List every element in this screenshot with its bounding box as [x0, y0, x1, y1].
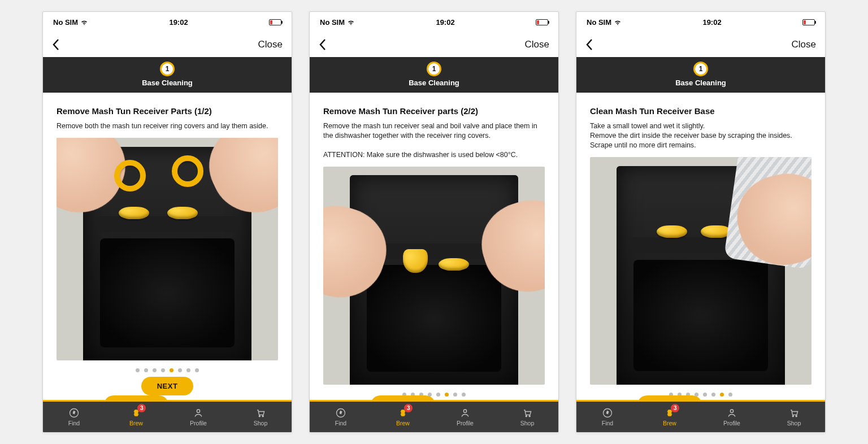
- svg-rect-16: [667, 411, 672, 412]
- back-button[interactable]: [585, 38, 593, 51]
- back-button[interactable]: [52, 38, 60, 51]
- back-button[interactable]: [319, 38, 327, 51]
- nav-bar: Close: [576, 32, 825, 57]
- pager-dot[interactable]: [728, 393, 732, 397]
- tab-shop[interactable]: Shop: [763, 402, 825, 432]
- step-label: Base Cleaning: [310, 79, 558, 87]
- battery-icon: [269, 19, 281, 25]
- tab-brew[interactable]: Brew3: [639, 402, 701, 432]
- svg-rect-1: [134, 410, 138, 416]
- wifi-icon: [80, 19, 88, 25]
- next-button[interactable]: NEXT: [141, 377, 194, 395]
- tab-bar: FindBrew3ProfileShop: [310, 402, 558, 432]
- step-number-badge: 1: [160, 62, 175, 76]
- step-number-badge: 1: [693, 62, 708, 76]
- step-label: Base Cleaning: [576, 79, 825, 87]
- step-banner: 1 Base Cleaning: [43, 57, 292, 93]
- clock-text: 19:02: [169, 18, 188, 27]
- pager-dot[interactable]: [711, 393, 715, 397]
- tab-shop[interactable]: Shop: [229, 402, 292, 432]
- tab-badge: 3: [671, 404, 679, 412]
- tab-profile[interactable]: Profile: [701, 402, 763, 432]
- content-area: Clean Mash Tun Receiver BaseTake a small…: [576, 93, 825, 385]
- tab-label: Find: [335, 420, 346, 426]
- tab-badge: 3: [404, 404, 413, 412]
- tab-find[interactable]: Find: [576, 402, 639, 432]
- pager-dot[interactable]: [144, 368, 148, 372]
- pager-dot[interactable]: [153, 368, 157, 372]
- tab-label: Brew: [129, 420, 143, 426]
- carrier-text: No SIM: [320, 18, 345, 27]
- instruction-image: [57, 138, 278, 360]
- wifi-icon: [614, 19, 622, 25]
- pager-dot[interactable]: [436, 393, 440, 397]
- carrier-text: No SIM: [587, 18, 611, 27]
- tab-label: Find: [602, 420, 613, 426]
- nav-bar: Close: [310, 32, 558, 57]
- svg-rect-17: [667, 414, 672, 415]
- page-indicator: [310, 385, 558, 400]
- svg-rect-9: [401, 411, 405, 412]
- tab-brew[interactable]: Brew3: [105, 402, 167, 432]
- step-body: Remove the mash tun receiver seal and bo…: [323, 121, 545, 160]
- page-indicator: [576, 385, 825, 400]
- nav-bar: Close: [43, 32, 292, 57]
- pager-dot[interactable]: [195, 368, 199, 372]
- tab-bar: FindBrew3ProfileShop: [576, 402, 825, 432]
- pager-dot[interactable]: [703, 393, 707, 397]
- pager-dot[interactable]: [161, 368, 165, 372]
- svg-rect-8: [401, 410, 405, 416]
- pager-dot[interactable]: [178, 368, 182, 372]
- svg-point-6: [262, 416, 263, 417]
- step-title: Remove Mash Tun Receiver Parts (1/2): [57, 106, 278, 116]
- close-button[interactable]: Close: [792, 39, 816, 50]
- tab-brew[interactable]: Brew3: [372, 402, 434, 432]
- svg-point-20: [796, 416, 797, 417]
- tab-label: Shop: [787, 420, 801, 426]
- tab-profile[interactable]: Profile: [434, 402, 496, 432]
- pager-dot[interactable]: [453, 393, 457, 397]
- pager-dot[interactable]: [445, 393, 449, 397]
- svg-point-18: [730, 410, 733, 412]
- svg-point-4: [197, 410, 199, 412]
- status-bar: No SIM 19:02: [43, 12, 292, 32]
- tab-label: Brew: [396, 420, 410, 426]
- tab-label: Profile: [190, 420, 207, 426]
- tab-bar: FindBrew3ProfileShop: [43, 402, 292, 432]
- pager-dot[interactable]: [720, 393, 724, 397]
- tab-profile[interactable]: Profile: [167, 402, 229, 432]
- svg-rect-2: [134, 411, 138, 412]
- pager-dot[interactable]: [462, 393, 466, 397]
- step-label: Base Cleaning: [43, 79, 292, 87]
- tab-label: Profile: [723, 420, 740, 426]
- tab-find[interactable]: Find: [43, 402, 105, 432]
- battery-icon: [536, 19, 548, 25]
- battery-icon: [802, 19, 815, 25]
- svg-point-13: [529, 416, 530, 417]
- tab-label: Profile: [457, 420, 474, 426]
- step-banner: 1 Base Cleaning: [576, 57, 825, 93]
- step-body: Take a small towel and wet it slightly. …: [590, 121, 811, 150]
- tab-label: Find: [68, 420, 80, 426]
- phone-screen-1: No SIM 19:02 Close1 Base CleaningRemove …: [42, 11, 292, 433]
- step-title: Clean Mash Tun Receiver Base: [590, 106, 811, 116]
- tab-label: Brew: [663, 420, 676, 426]
- phone-screen-3: No SIM 19:02 Close1 Base CleaningClean M…: [576, 11, 826, 433]
- svg-point-12: [526, 416, 527, 417]
- status-bar: No SIM 19:02: [576, 12, 825, 32]
- pager-dot[interactable]: [136, 368, 140, 372]
- svg-point-5: [259, 416, 260, 417]
- close-button[interactable]: Close: [525, 39, 549, 50]
- clock-text: 19:02: [702, 18, 721, 27]
- tab-shop[interactable]: Shop: [496, 402, 558, 432]
- step-number-badge: 1: [427, 62, 441, 76]
- content-area: Remove Mash Tun Receiver parts (2/2)Remo…: [310, 93, 558, 385]
- tab-find[interactable]: Find: [310, 402, 372, 432]
- pager-dot[interactable]: [186, 368, 190, 372]
- phone-screen-2: No SIM 19:02 Close1 Base CleaningRemove …: [309, 11, 559, 433]
- svg-rect-3: [134, 414, 138, 415]
- close-button[interactable]: Close: [258, 39, 283, 50]
- instruction-image: [323, 167, 545, 385]
- pager-dot[interactable]: [170, 368, 173, 372]
- tab-label: Shop: [520, 420, 535, 426]
